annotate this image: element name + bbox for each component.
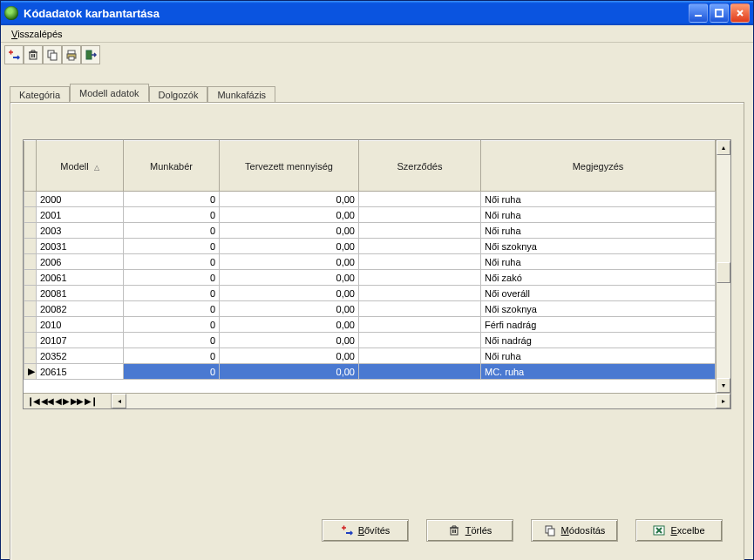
hscroll-right[interactable]: ▸ <box>716 394 730 408</box>
toolbar-print-button[interactable] <box>62 45 81 64</box>
cell[interactable]: Női ruha <box>481 348 716 364</box>
cell[interactable] <box>359 286 481 301</box>
add-button[interactable]: Bővítés <box>322 519 409 542</box>
cell[interactable]: Női szoknya <box>481 301 716 317</box>
cell[interactable] <box>24 301 37 317</box>
cell[interactable] <box>24 192 37 207</box>
col-header-model[interactable]: Modell△ <box>37 141 124 192</box>
scroll-track[interactable] <box>717 155 730 378</box>
cell[interactable]: 0,00 <box>220 364 359 380</box>
cell[interactable]: Női ruha <box>481 192 716 207</box>
cell[interactable] <box>24 223 37 239</box>
cell[interactable]: 0,00 <box>220 286 359 301</box>
cell[interactable]: Női ruha <box>481 254 716 270</box>
cell[interactable] <box>24 207 37 223</box>
col-header-wage[interactable]: Munkabér <box>124 141 220 192</box>
cell[interactable]: 0 <box>124 317 220 333</box>
table-row[interactable]: 201000,00Férfi nadrág <box>24 317 716 333</box>
cell[interactable]: 0 <box>124 239 220 254</box>
cell[interactable] <box>359 333 481 348</box>
scroll-up-button[interactable]: ▴ <box>717 140 730 155</box>
nav-prev[interactable]: ◀ <box>54 396 62 406</box>
cell[interactable] <box>359 317 481 333</box>
cell[interactable]: 20031 <box>37 239 124 254</box>
cell[interactable] <box>24 348 37 364</box>
cell[interactable] <box>359 239 481 254</box>
toolbar-exit-button[interactable] <box>81 45 100 64</box>
cell[interactable]: 0 <box>124 348 220 364</box>
cell[interactable]: 0,00 <box>220 254 359 270</box>
nav-next[interactable]: ▶ <box>62 396 70 406</box>
col-header-contract[interactable]: Szerződés <box>359 141 481 192</box>
cell[interactable]: 2003 <box>37 223 124 239</box>
cell[interactable]: 2010 <box>37 317 124 333</box>
table-row[interactable]: 200000,00Női ruha <box>24 192 716 207</box>
cell[interactable] <box>24 254 37 270</box>
cell[interactable]: Női szoknya <box>481 239 716 254</box>
cell[interactable]: 0,00 <box>220 348 359 364</box>
maximize-button[interactable] <box>710 3 729 23</box>
table-row[interactable]: 200600,00Női ruha <box>24 254 716 270</box>
table-row[interactable]: 2003100,00Női szoknya <box>24 239 716 254</box>
cell[interactable]: 0 <box>124 207 220 223</box>
cell[interactable]: 0 <box>124 286 220 301</box>
cell[interactable]: 0,00 <box>220 223 359 239</box>
hscroll-left[interactable]: ◂ <box>112 394 126 408</box>
nav-prev-page[interactable]: ◀◀ <box>40 396 54 406</box>
cell[interactable] <box>24 270 37 286</box>
cell[interactable]: 0 <box>124 192 220 207</box>
table-row[interactable]: 200100,00Női ruha <box>24 207 716 223</box>
toolbar-delete-button[interactable] <box>24 45 43 64</box>
delete-button[interactable]: Törlés <box>426 519 513 542</box>
nav-last[interactable]: ▶❙ <box>84 396 98 406</box>
cell[interactable] <box>359 270 481 286</box>
nav-first[interactable]: ❙◀ <box>26 396 40 406</box>
cell[interactable]: 0 <box>124 301 220 317</box>
tab-1[interactable]: Modell adatok <box>70 84 149 102</box>
cell[interactable]: 0,00 <box>220 239 359 254</box>
tab-3[interactable]: Munkafázis <box>207 86 275 103</box>
cell[interactable] <box>359 364 481 380</box>
cell[interactable]: Női zakó <box>481 270 716 286</box>
tab-0[interactable]: Kategória <box>10 86 70 103</box>
toolbar-add-button[interactable] <box>4 45 24 64</box>
scroll-thumb[interactable] <box>717 262 730 283</box>
cell[interactable]: ▶ <box>24 364 37 380</box>
cell[interactable]: 2000 <box>37 192 124 207</box>
cell[interactable]: 20061 <box>37 270 124 286</box>
cell[interactable]: 0 <box>124 333 220 348</box>
close-button[interactable] <box>730 3 750 23</box>
nav-next-page[interactable]: ▶▶ <box>70 396 84 406</box>
cell[interactable] <box>359 348 481 364</box>
cell[interactable]: 2001 <box>37 207 124 223</box>
cell[interactable]: 20107 <box>37 333 124 348</box>
cell[interactable]: 20081 <box>37 286 124 301</box>
cell[interactable]: 2006 <box>37 254 124 270</box>
cell[interactable]: 0,00 <box>220 270 359 286</box>
cell[interactable]: Férfi nadrág <box>481 317 716 333</box>
table-row[interactable]: 2008200,00Női szoknya <box>24 301 716 317</box>
col-header-qty[interactable]: Tervezett mennyiség <box>220 141 359 192</box>
modify-button[interactable]: Módosítás <box>531 519 618 542</box>
cell[interactable]: 0 <box>124 364 220 380</box>
cell[interactable]: Női ruha <box>481 207 716 223</box>
cell[interactable] <box>359 301 481 317</box>
cell[interactable]: 20615 <box>37 364 124 380</box>
cell[interactable]: 0,00 <box>220 207 359 223</box>
cell[interactable]: Női nadrág <box>481 333 716 348</box>
cell[interactable]: 0 <box>124 223 220 239</box>
table-row[interactable]: ▶2061500,00MC. ruha <box>24 364 716 380</box>
cell[interactable]: Női ruha <box>481 223 716 239</box>
minimize-button[interactable] <box>689 3 708 23</box>
table-row[interactable]: 2035200,00Női ruha <box>24 348 716 364</box>
cell[interactable]: 0,00 <box>220 317 359 333</box>
cell[interactable]: 20352 <box>37 348 124 364</box>
cell[interactable]: 20082 <box>37 301 124 317</box>
cell[interactable]: 0 <box>124 270 220 286</box>
table-row[interactable]: 2010700,00Női nadrág <box>24 333 716 348</box>
cell[interactable]: Női overáll <box>481 286 716 301</box>
cell[interactable] <box>359 223 481 239</box>
col-header-note[interactable]: Megjegyzés <box>481 141 716 192</box>
cell[interactable] <box>24 239 37 254</box>
cell[interactable] <box>24 333 37 348</box>
